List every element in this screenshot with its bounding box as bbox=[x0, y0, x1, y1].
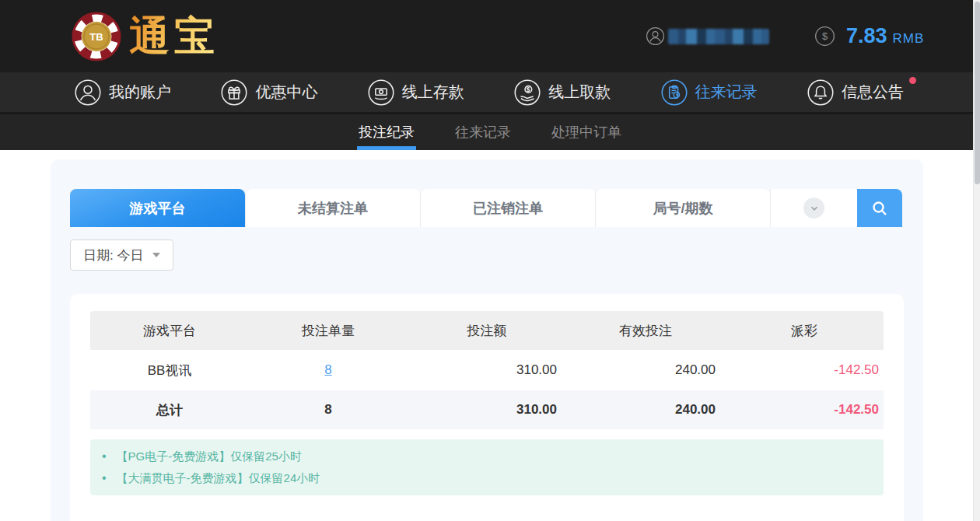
cell-total-count: 8 bbox=[249, 390, 408, 429]
bullet-icon: • bbox=[102, 467, 107, 489]
col-bet-amount: 投注额 bbox=[408, 311, 566, 350]
dollar-circle-icon: $ bbox=[814, 26, 835, 47]
records-icon bbox=[660, 79, 688, 107]
table-header-row: 游戏平台 投注单量 投注额 有效投注 派彩 bbox=[90, 311, 884, 350]
vertical-scrollbar[interactable] bbox=[973, 0, 980, 521]
nav-item-deposit[interactable]: 线上存款 bbox=[367, 79, 464, 107]
user-icon bbox=[646, 26, 665, 46]
sub-nav: 投注纪录 往来记录 处理中订单 bbox=[0, 114, 980, 150]
bet-count-link[interactable]: 8 bbox=[324, 362, 331, 377]
subnav-label: 投注纪录 bbox=[359, 123, 415, 142]
balance-currency: RMB bbox=[893, 31, 925, 47]
tab-cancelled-bets[interactable]: 已注销注单 bbox=[420, 189, 595, 227]
subnav-item-processing-orders[interactable]: 处理中订单 bbox=[550, 114, 623, 150]
user-icon bbox=[74, 79, 102, 107]
search-button[interactable] bbox=[857, 189, 902, 227]
col-payout: 派彩 bbox=[725, 311, 884, 350]
expand-dropdown[interactable] bbox=[770, 189, 857, 227]
cell-bet-count: 8 bbox=[249, 350, 408, 390]
cell-valid-bet: 240.00 bbox=[566, 350, 725, 390]
col-bet-count: 投注单量 bbox=[249, 311, 408, 350]
chevron-circle bbox=[803, 198, 824, 219]
user-area: $ 7.83 RMB bbox=[646, 0, 924, 72]
note-text: 【大满贯电子-免费游戏】仅保留24小时 bbox=[117, 467, 320, 489]
cell-total-label: 总计 bbox=[90, 390, 249, 429]
page-content: 游戏平台 未结算注单 已注销注单 局号/期数 bbox=[0, 150, 980, 521]
scrollbar-thumb[interactable] bbox=[975, 2, 980, 184]
table-total-row: 总计 8 310.00 240.00 -142.50 bbox=[90, 390, 884, 429]
note-text: 【PG电子-免费游戏】仅保留25小时 bbox=[117, 446, 302, 467]
chevron-down-icon bbox=[809, 203, 820, 214]
table-row: BB视讯 8 310.00 240.00 -142.50 bbox=[90, 350, 884, 390]
nav-label: 优惠中心 bbox=[255, 82, 317, 103]
nav-item-my-account[interactable]: 我的账户 bbox=[74, 79, 171, 107]
retention-notes: • 【PG电子-免费游戏】仅保留25小时 • 【大满贯电子-免费游戏】仅保留24… bbox=[90, 439, 884, 495]
col-game-platform: 游戏平台 bbox=[90, 311, 249, 350]
col-valid-bet: 有效投注 bbox=[566, 311, 725, 350]
nav-item-withdraw[interactable]: 线上取款 bbox=[513, 79, 611, 107]
nav-label: 往来记录 bbox=[695, 82, 758, 103]
report-card: 游戏平台 投注单量 投注额 有效投注 派彩 BB视讯 8 310.00 240.… bbox=[70, 294, 904, 521]
cell-total-payout: -142.50 bbox=[725, 390, 884, 429]
note-line: • 【PG电子-免费游戏】仅保留25小时 bbox=[102, 446, 868, 467]
bet-summary-table: 游戏平台 投注单量 投注额 有效投注 派彩 BB视讯 8 310.00 240.… bbox=[90, 311, 884, 429]
tab-label: 游戏平台 bbox=[130, 199, 186, 218]
nav-label: 我的账户 bbox=[109, 82, 171, 103]
tab-label: 局号/期数 bbox=[653, 199, 712, 218]
poker-chip-icon: TB bbox=[72, 12, 121, 61]
bell-icon bbox=[807, 79, 835, 107]
tab-game-platform[interactable]: 游戏平台 bbox=[70, 189, 245, 227]
cell-bet-amount: 310.00 bbox=[408, 350, 566, 390]
subnav-item-transaction-records[interactable]: 往来记录 bbox=[453, 114, 513, 150]
withdraw-icon bbox=[513, 79, 541, 107]
note-line: • 【大满贯电子-免费游戏】仅保留24小时 bbox=[102, 467, 868, 489]
cell-total-bet: 310.00 bbox=[408, 390, 566, 429]
cell-platform: BB视讯 bbox=[90, 350, 249, 390]
chip-text: TB bbox=[89, 31, 103, 43]
nav-label: 线上取款 bbox=[548, 82, 611, 103]
tab-round-number[interactable]: 局号/期数 bbox=[595, 189, 770, 227]
gift-icon bbox=[220, 79, 248, 107]
bullet-icon: • bbox=[102, 446, 107, 467]
notification-badge bbox=[909, 77, 916, 84]
balance-amount: 7.83 bbox=[846, 24, 887, 48]
brand-name: 通宝 bbox=[129, 9, 219, 64]
date-filter-label: 日期: 今日 bbox=[83, 247, 143, 264]
caret-down-icon bbox=[152, 253, 160, 257]
nav-item-transaction-records[interactable]: 往来记录 bbox=[660, 79, 758, 107]
date-filter-dropdown[interactable]: 日期: 今日 bbox=[70, 240, 173, 271]
tab-unsettled-bets[interactable]: 未结算注单 bbox=[245, 189, 420, 227]
main-nav: 我的账户 优惠中心 线上存款 线上取款 bbox=[0, 72, 980, 112]
tab-label: 已注销注单 bbox=[473, 199, 543, 218]
deposit-icon bbox=[367, 79, 395, 107]
top-header: TB 通宝 $ 7.83 RMB bbox=[0, 0, 980, 72]
search-icon bbox=[870, 199, 889, 218]
subnav-label: 往来记录 bbox=[455, 123, 511, 142]
brand-logo[interactable]: TB 通宝 bbox=[72, 9, 219, 64]
filter-tabs: 游戏平台 未结算注单 已注销注单 局号/期数 bbox=[70, 189, 904, 227]
subnav-item-bet-records[interactable]: 投注纪录 bbox=[357, 114, 416, 150]
svg-text:$: $ bbox=[822, 30, 828, 42]
subnav-label: 处理中订单 bbox=[551, 123, 621, 142]
content-card: 游戏平台 未结算注单 已注销注单 局号/期数 bbox=[51, 159, 923, 521]
date-filter-row: 日期: 今日 bbox=[70, 240, 904, 271]
cell-total-valid: 240.00 bbox=[566, 390, 725, 429]
balance[interactable]: $ 7.83 RMB bbox=[814, 24, 924, 48]
nav-item-announcements[interactable]: 信息公告 bbox=[807, 79, 904, 107]
nav-item-promotions[interactable]: 优惠中心 bbox=[220, 79, 317, 107]
username-redacted[interactable] bbox=[668, 29, 769, 44]
nav-label: 信息公告 bbox=[842, 82, 904, 103]
tab-label: 未结算注单 bbox=[298, 199, 368, 218]
cell-payout: -142.50 bbox=[725, 350, 884, 390]
nav-label: 线上存款 bbox=[402, 82, 464, 103]
